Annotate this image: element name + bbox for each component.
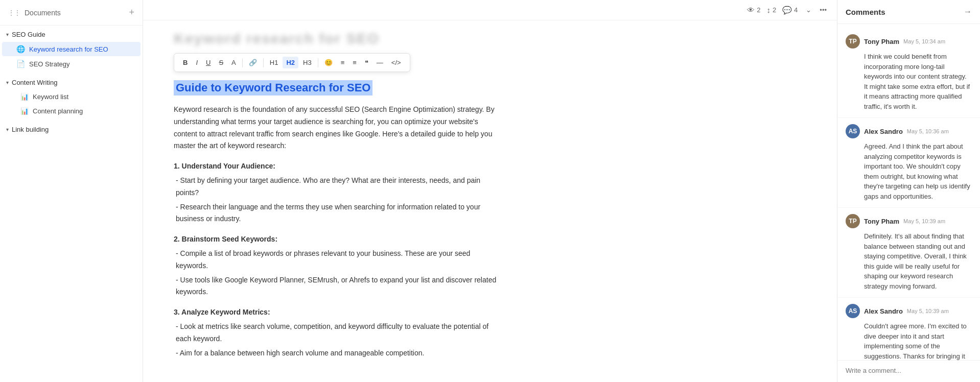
format-link-button[interactable]: 🔗: [245, 57, 261, 68]
comment-author: Tony Pham: [864, 38, 899, 45]
sidebar-group-content-writing: ▾ Content Writing 📊 Keyword list 📊 Conte…: [0, 74, 143, 121]
comment-text: Definitely. It's all about finding that …: [846, 231, 972, 291]
sidebar-group-label-content-writing: Content Writing: [12, 79, 57, 86]
section-heading-3: 3. Analyze Keyword Metrics:: [174, 306, 501, 319]
sidebar-item-keyword-research[interactable]: 🌐 Keyword research for SEO: [2, 42, 141, 56]
comment-author: Alex Sandro: [864, 307, 903, 315]
doc-intro: Keyword research is the foundation of an…: [174, 104, 501, 152]
sidebar-group-seo-guide: ▾ SEO Guide 🌐 Keyword research for SEO 📄…: [0, 26, 143, 74]
document-icon: 📄: [16, 60, 25, 68]
blurred-heading: Keyword research for SEO: [174, 31, 806, 47]
edits-count: 2: [773, 6, 776, 14]
comment-text: Agreed. And I think the part about analy…: [846, 141, 972, 201]
sidebar-group-header-content-writing[interactable]: ▾ Content Writing: [0, 76, 143, 89]
chevron-down-button[interactable]: ⌄: [804, 5, 813, 15]
bullet-1-2: - Research their language and the terms …: [176, 201, 501, 226]
comment-input[interactable]: [846, 367, 972, 374]
more-options-button[interactable]: •••: [818, 5, 829, 15]
format-h3-button[interactable]: H3: [299, 57, 315, 68]
comment-author: Tony Pham: [864, 218, 899, 225]
comment-time: May 5, 10:34 am: [903, 38, 945, 44]
comment-item: AS Alex Sandro May 5, 10:39 am Couldn't …: [837, 298, 980, 360]
sidebar-item-label: Keyword research for SEO: [29, 45, 108, 53]
format-divider-button[interactable]: —: [373, 57, 387, 68]
format-strike-button[interactable]: S: [215, 57, 227, 68]
format-ordered-list-button[interactable]: ≡: [349, 57, 360, 68]
edits-stat: ↕ 2: [766, 6, 776, 14]
spreadsheet-icon: 📊: [20, 107, 29, 115]
editor-area[interactable]: Keyword research for SEO B I U S A 🔗 H1 …: [143, 20, 837, 382]
views-stat: 👁 2: [747, 6, 760, 14]
sidebar: ⋮⋮ Documents + ▾ SEO Guide 🌐 Keyword res…: [0, 0, 143, 382]
bullet-2-1: - Compile a list of broad keywords or ph…: [176, 248, 501, 272]
sidebar-title: Documents: [25, 9, 61, 17]
sidebar-header: ⋮⋮ Documents +: [0, 0, 143, 26]
comments-title: Comments: [846, 8, 885, 16]
chevron-right-icon: ▾: [6, 127, 9, 132]
format-underline-button[interactable]: U: [202, 57, 214, 68]
format-emoji-button[interactable]: 😊: [321, 57, 336, 68]
format-toolbar: B I U S A 🔗 H1 H2 H3 😊 ≡ ≡ ❝ — </>: [174, 53, 410, 72]
views-count: 2: [757, 6, 760, 14]
bullet-2-2: - Use tools like Google Keyword Planner,…: [176, 274, 501, 299]
add-document-button[interactable]: +: [129, 7, 134, 18]
comment-item: TP Tony Pham May 5, 10:34 am I think we …: [837, 28, 980, 118]
globe-icon: 🌐: [16, 45, 25, 53]
sidebar-item-label: Content planning: [33, 107, 83, 115]
comments-list: TP Tony Pham May 5, 10:34 am I think we …: [837, 24, 980, 360]
chevron-down-icon: ▾: [6, 32, 9, 37]
spreadsheet-icon: 📊: [20, 93, 29, 101]
comment-meta: AS Alex Sandro May 5, 10:39 am: [846, 304, 972, 318]
comment-time: May 5, 10:39 am: [907, 308, 949, 314]
section-heading-2: 2. Brainstorm Seed Keywords:: [174, 233, 501, 246]
chevron-down-icon: ▾: [6, 80, 9, 85]
comments-header: Comments →: [837, 0, 980, 24]
comments-close-button[interactable]: →: [964, 7, 972, 16]
format-bold-button[interactable]: B: [179, 57, 191, 68]
format-color-button[interactable]: A: [228, 57, 240, 68]
format-italic-button[interactable]: I: [192, 57, 201, 68]
comment-time: May 5, 10:39 am: [903, 218, 945, 224]
bullet-1-1: - Start by defining your target audience…: [176, 175, 501, 199]
avatar: TP: [846, 34, 860, 49]
comment-item: AS Alex Sandro May 5, 10:36 am Agreed. A…: [837, 118, 980, 208]
sidebar-group-link-building: ▾ Link building: [0, 121, 143, 138]
eye-icon: 👁: [747, 6, 755, 14]
edit-icon: ↕: [766, 6, 771, 14]
comment-text: Couldn't agree more. I'm excited to dive…: [846, 321, 972, 360]
avatar: AS: [846, 304, 860, 318]
comment-time: May 5, 10:36 am: [907, 128, 949, 134]
sidebar-group-header-seo-guide[interactable]: ▾ SEO Guide: [0, 28, 143, 41]
sidebar-item-keyword-list[interactable]: 📊 Keyword list: [2, 90, 141, 104]
format-bullet-list-button[interactable]: ≡: [337, 57, 348, 68]
sidebar-item-content-planning[interactable]: 📊 Content planning: [2, 104, 141, 118]
format-code-button[interactable]: </>: [388, 57, 405, 68]
comments-panel: Comments → TP Tony Pham May 5, 10:34 am …: [837, 0, 980, 382]
bullet-3-2: - Aim for a balance between high search …: [176, 347, 501, 360]
comments-stat[interactable]: 💬 4: [782, 6, 798, 15]
comment-input-area: [837, 360, 980, 382]
grip-icon: ⋮⋮: [8, 9, 20, 16]
document-title: Guide to Keyword Research for SEO: [174, 80, 372, 96]
sidebar-item-seo-strategy[interactable]: 📄 SEO Strategy: [2, 57, 141, 71]
main-content: 👁 2 ↕ 2 💬 4 ⌄ ••• Keyword research for S…: [143, 0, 837, 382]
avatar: AS: [846, 124, 860, 138]
document-body: Keyword research is the foundation of an…: [174, 104, 501, 359]
sidebar-group-label-seo-guide: SEO Guide: [12, 31, 45, 38]
comment-text: I think we could benefit from incorporat…: [846, 52, 972, 111]
sidebar-title-area: ⋮⋮ Documents: [8, 9, 61, 17]
comments-count: 4: [794, 6, 798, 14]
toolbar-actions: ⌄ •••: [804, 5, 829, 15]
format-quote-button[interactable]: ❝: [361, 57, 372, 68]
format-h1-button[interactable]: H1: [266, 57, 282, 68]
toolbar-divider: [318, 58, 318, 67]
sidebar-item-label: SEO Strategy: [29, 60, 69, 68]
format-h2-button[interactable]: H2: [283, 57, 298, 68]
sidebar-group-header-link-building[interactable]: ▾ Link building: [0, 123, 143, 136]
toolbar-divider: [263, 58, 264, 67]
avatar: TP: [846, 214, 860, 228]
bullet-3-1: - Look at metrics like search volume, co…: [176, 321, 501, 345]
comment-author: Alex Sandro: [864, 128, 903, 135]
comment-item: TP Tony Pham May 5, 10:39 am Definitely.…: [837, 208, 980, 298]
document-toolbar: 👁 2 ↕ 2 💬 4 ⌄ •••: [143, 0, 837, 20]
